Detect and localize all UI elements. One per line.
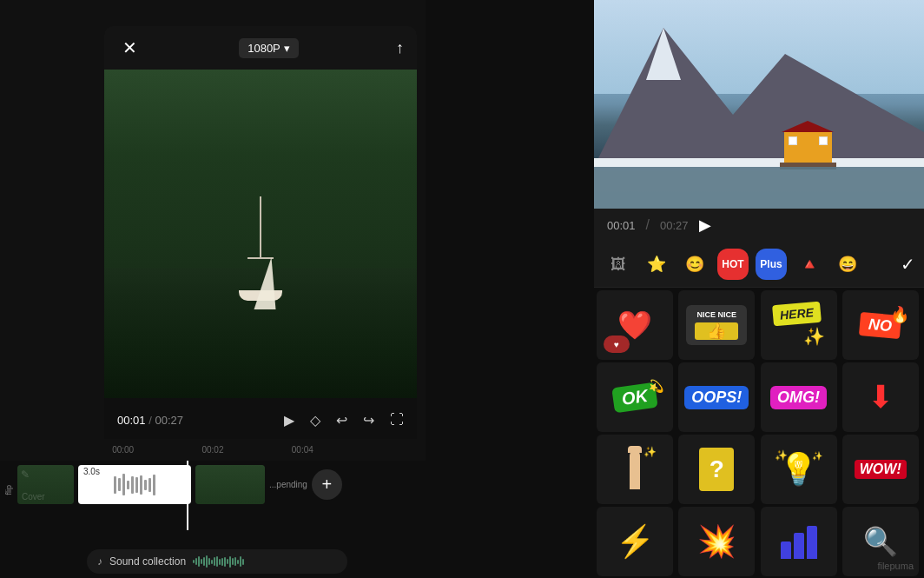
sticker-tabs: 🖼 ⭐ 😊 HOT Plus 🔺 😄 ✓ xyxy=(594,242,924,288)
fullscreen-button[interactable]: ⛶ xyxy=(390,412,404,428)
sound-collection-label: Sound collection xyxy=(109,555,186,568)
flip-label: flip xyxy=(4,485,13,495)
tab-star[interactable]: ⭐ xyxy=(641,249,672,280)
sticker-nice-nice[interactable]: NICE NICE 👍 xyxy=(678,290,755,360)
sticker-finger[interactable]: ✨ xyxy=(597,435,673,504)
boat xyxy=(234,196,287,301)
mountain-scene xyxy=(594,0,924,209)
sticker-here[interactable]: HERE ✨ xyxy=(761,290,837,360)
forest-scene xyxy=(104,70,417,400)
current-time: 00:01 xyxy=(117,414,146,427)
sticker-lightning[interactable]: ⚡ xyxy=(597,507,673,576)
time-separator: / xyxy=(148,414,152,427)
timeline-track: flip ✎ Cover 3.0s xyxy=(0,461,426,508)
sticker-grid: ❤️ ♥ NICE NICE 👍 HERE ✨ xyxy=(594,288,924,578)
preview-video xyxy=(594,0,924,209)
sticker-oops[interactable]: OOPS! xyxy=(678,362,755,432)
video-preview-area xyxy=(104,70,417,400)
pending-label: ...pending xyxy=(269,480,307,489)
main-video-clip[interactable]: 3.0s xyxy=(78,465,191,504)
timeline-area: 00:00 00:02 00:04 flip ✎ Cover 3.0s xyxy=(0,439,426,578)
time-display: 00:01 / 00:27 xyxy=(117,414,183,427)
resolution-label: 1080P xyxy=(248,42,280,55)
total-time: 00:27 xyxy=(155,414,183,427)
timeline-ruler: 00:00 00:02 00:04 xyxy=(0,439,426,461)
resolution-selector[interactable]: 1080P ▾ xyxy=(239,38,299,58)
add-clip-button[interactable]: + xyxy=(312,469,342,500)
ruler-mark-0: 00:00 xyxy=(104,445,142,455)
preview-controls: 00:01 / 00:27 ▶ xyxy=(594,209,924,242)
clip-duration: 3.0s xyxy=(83,467,100,476)
tab-hot[interactable]: HOT xyxy=(717,249,749,280)
right-panel: 00:01 / 00:27 ▶ 🖼 ⭐ 😊 HOT Plus 🔺 😄 ✓ ❤️ … xyxy=(594,0,924,578)
sticker-question[interactable]: ? xyxy=(678,435,755,504)
sticker-arrow-down[interactable]: ⬇ xyxy=(842,362,919,432)
sound-waveform xyxy=(193,555,337,568)
tab-emoji[interactable]: 😊 xyxy=(679,249,710,280)
preview-play-button[interactable]: ▶ xyxy=(699,216,711,235)
second-clip[interactable] xyxy=(195,465,265,504)
left-panel: ✕ 1080P ▾ ↑ 00:01 / xyxy=(0,0,426,578)
svg-marker-0 xyxy=(594,28,924,167)
sticker-heart-chat[interactable]: ❤️ ♥ xyxy=(597,290,673,360)
editor-toolbar: ✕ 1080P ▾ ↑ xyxy=(104,26,417,70)
close-button[interactable]: ✕ xyxy=(117,36,142,60)
control-icons: ▶ ◇ ↩ ↪ ⛶ xyxy=(284,412,404,429)
confirm-button[interactable]: ✓ xyxy=(901,254,915,275)
sticker-explosion[interactable]: 💥 xyxy=(678,507,755,576)
play-button[interactable]: ▶ xyxy=(284,412,294,429)
preview-total-time: 00:27 xyxy=(660,219,689,232)
playhead xyxy=(187,461,188,530)
sticker-lightbulb[interactable]: 💡 ✨ ✨ xyxy=(761,435,837,504)
dropdown-icon: ▾ xyxy=(284,42,290,55)
watermark: filepuma xyxy=(877,561,914,571)
sticker-wow[interactable]: WOW! xyxy=(842,435,919,504)
clip-waveform xyxy=(114,472,155,498)
tab-image[interactable]: 🖼 xyxy=(603,249,634,280)
upload-button[interactable]: ↑ xyxy=(396,39,404,57)
ruler-mark-2: 00:04 xyxy=(284,445,321,455)
tab-face[interactable]: 😄 xyxy=(832,249,863,280)
tab-plus[interactable]: Plus xyxy=(756,249,787,280)
video-controls-bar: 00:01 / 00:27 ▶ ◇ ↩ ↪ ⛶ xyxy=(104,398,417,442)
cover-thumbnail[interactable]: ✎ Cover xyxy=(17,465,74,504)
undo-button[interactable]: ↩ xyxy=(336,412,347,429)
sticker-omg[interactable]: OMG! xyxy=(761,362,837,432)
keyframe-button[interactable]: ◇ xyxy=(310,412,320,429)
sticker-no[interactable]: NO 🔥 xyxy=(842,290,919,360)
redo-button[interactable]: ↪ xyxy=(363,412,374,429)
sticker-ok[interactable]: OK 💫 xyxy=(597,362,673,432)
preview-time-separator: / xyxy=(646,217,650,233)
preview-current-time: 00:01 xyxy=(607,219,636,232)
sound-collection-bar[interactable]: ♪ Sound collection xyxy=(87,549,347,574)
ruler-mark-1: 00:02 xyxy=(194,445,231,455)
tab-cone[interactable]: 🔺 xyxy=(794,249,825,280)
yellow-house xyxy=(784,132,832,163)
sticker-chart-bars[interactable] xyxy=(761,507,837,576)
music-icon: ♪ xyxy=(97,555,102,568)
